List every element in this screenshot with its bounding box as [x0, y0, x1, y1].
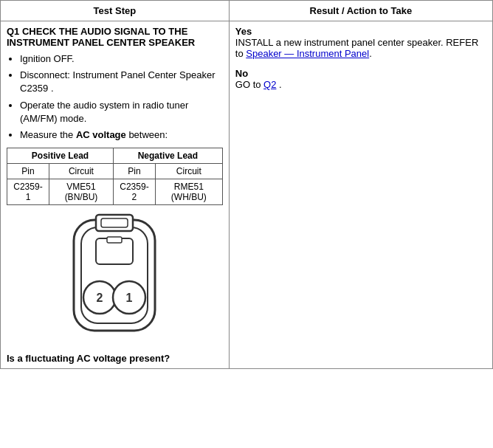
positive-lead-header: Positive Lead [7, 148, 114, 164]
measurement-table: Positive Lead Negative Lead Pin Circuit … [7, 148, 223, 205]
ac-voltage-label: AC voltage [76, 129, 126, 140]
sub-header-pin1: Pin [7, 164, 49, 179]
step-2: Disconnect: Instrument Panel Center Spea… [20, 69, 223, 95]
q2-link[interactable]: Q2 [263, 79, 276, 90]
no-text: GO to Q2 . [235, 79, 486, 90]
sub-header-circuit1: Circuit [49, 164, 113, 179]
svg-text:2: 2 [97, 292, 103, 304]
no-label: No [235, 68, 486, 79]
col1-header: Test Step [1, 1, 230, 21]
section-title: Q1 CHECK THE AUDIO SIGNAL TO THE INSTRUM… [7, 26, 223, 48]
svg-rect-9 [107, 237, 122, 243]
col2-header: Result / Action to Take [229, 1, 492, 21]
yes-text: INSTALL a new instrument panel center sp… [235, 37, 486, 59]
row-pin1: C2359-1 [7, 179, 49, 205]
row-pin2: C2359-2 [113, 179, 155, 205]
svg-rect-3 [101, 218, 128, 227]
steps-list: Ignition OFF. Disconnect: Instrument Pan… [20, 52, 223, 142]
sub-header-circuit2: Circuit [155, 164, 222, 179]
test-step-cell: Q1 CHECK THE AUDIO SIGNAL TO THE INSTRUM… [1, 21, 230, 369]
result-yes-block: Yes INSTALL a new instrument panel cente… [235, 26, 486, 59]
svg-text:1: 1 [126, 292, 133, 304]
negative-lead-header: Negative Lead [113, 148, 222, 164]
row-circuit1: VME51 (BN/BU) [49, 179, 113, 205]
speaker-link[interactable]: Speaker — Instrument Panel [246, 48, 369, 59]
step-1: Ignition OFF. [20, 52, 223, 66]
row-circuit3: RME51 (WH/BU) [155, 179, 222, 205]
final-question: Is a fluctuating AC voltage present? [7, 353, 223, 364]
step-3: Operate the audio system in radio tuner … [20, 99, 223, 125]
connector-diagram: 2 1 [7, 213, 223, 345]
sub-header-pin2: Pin [113, 164, 155, 179]
yes-label: Yes [235, 26, 486, 37]
result-no-block: No GO to Q2 . [235, 68, 486, 90]
step-4: Measure the AC voltage between: [20, 128, 223, 142]
result-cell: Yes INSTALL a new instrument panel cente… [229, 21, 492, 369]
